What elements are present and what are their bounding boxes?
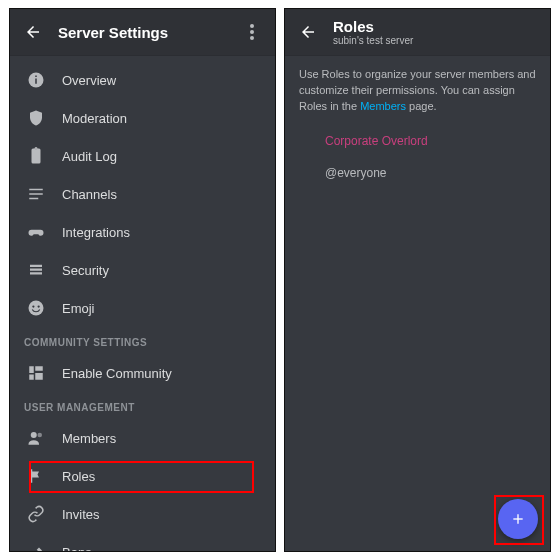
svg-point-2 (250, 36, 254, 40)
svg-point-15 (31, 432, 37, 438)
menu-label: Emoji (62, 301, 95, 316)
link-icon (24, 503, 48, 525)
add-role-button[interactable] (498, 499, 538, 539)
desc-text: page. (406, 100, 437, 112)
menu-item-integrations[interactable]: Integrations (10, 213, 275, 251)
menu-item-channels[interactable]: Channels (10, 175, 275, 213)
clipboard-icon (24, 145, 48, 167)
roles-panel: Roles subin's test server Use Roles to o… (284, 8, 551, 552)
page-subtitle: subin's test server (333, 36, 538, 46)
menu-item-invites[interactable]: Invites (10, 495, 275, 533)
emoji-icon (24, 297, 48, 319)
info-icon (24, 69, 48, 91)
menu-label: Integrations (62, 225, 130, 240)
overflow-menu-button[interactable] (241, 21, 263, 43)
hammer-icon (24, 541, 48, 552)
menu-label: Overview (62, 73, 116, 88)
menu-item-roles[interactable]: Roles (10, 457, 275, 495)
menu-label: Members (62, 431, 116, 446)
role-name: @everyone (325, 166, 387, 180)
community-icon (24, 362, 48, 384)
lock-icon (24, 259, 48, 281)
section-community-settings: COMMUNITY SETTINGS (10, 327, 275, 354)
roles-description: Use Roles to organize your server member… (285, 55, 550, 125)
menu-label: Moderation (62, 111, 127, 126)
menu-item-security[interactable]: Security (10, 251, 275, 289)
page-title: Roles (333, 18, 538, 35)
settings-menu: Overview Moderation Audit Log Channels I… (10, 55, 275, 552)
settings-header: Server Settings (10, 9, 275, 55)
svg-point-16 (38, 433, 43, 438)
svg-rect-5 (35, 76, 37, 78)
menu-label: Invites (62, 507, 100, 522)
back-button[interactable] (22, 21, 44, 43)
svg-rect-7 (29, 193, 43, 195)
flag-icon (24, 465, 48, 487)
role-item-custom[interactable]: Corporate Overlord (285, 125, 550, 157)
svg-rect-11 (30, 265, 42, 267)
menu-item-moderation[interactable]: Moderation (10, 99, 275, 137)
svg-point-0 (250, 24, 254, 28)
section-user-management: USER MANAGEMENT (10, 392, 275, 419)
menu-item-overview[interactable]: Overview (10, 61, 275, 99)
menu-label: Audit Log (62, 149, 117, 164)
menu-item-enable-community[interactable]: Enable Community (10, 354, 275, 392)
role-item-everyone[interactable]: @everyone (285, 157, 550, 189)
svg-rect-8 (29, 198, 38, 200)
svg-rect-4 (35, 79, 37, 84)
menu-item-audit-log[interactable]: Audit Log (10, 137, 275, 175)
svg-point-1 (250, 30, 254, 34)
menu-label: Bans (62, 545, 92, 553)
gamepad-icon (24, 221, 48, 243)
svg-point-13 (32, 305, 34, 307)
svg-rect-6 (29, 189, 43, 191)
lines-icon (24, 183, 48, 205)
page-title: Server Settings (58, 24, 241, 41)
members-link[interactable]: Members (360, 100, 406, 112)
menu-item-bans[interactable]: Bans (10, 533, 275, 552)
menu-item-emoji[interactable]: Emoji (10, 289, 275, 327)
menu-label: Security (62, 263, 109, 278)
svg-rect-9 (30, 269, 42, 271)
server-settings-panel: Server Settings Overview Moderation Audi… (9, 8, 276, 552)
back-button[interactable] (297, 21, 319, 43)
roles-header: Roles subin's test server (285, 9, 550, 55)
svg-point-14 (38, 305, 40, 307)
menu-label: Channels (62, 187, 117, 202)
svg-point-12 (29, 301, 44, 316)
shield-icon (24, 107, 48, 129)
menu-item-members[interactable]: Members (10, 419, 275, 457)
menu-label: Roles (62, 469, 95, 484)
menu-label: Enable Community (62, 366, 172, 381)
svg-rect-10 (30, 272, 42, 274)
role-name: Corporate Overlord (325, 134, 428, 148)
members-icon (24, 427, 48, 449)
